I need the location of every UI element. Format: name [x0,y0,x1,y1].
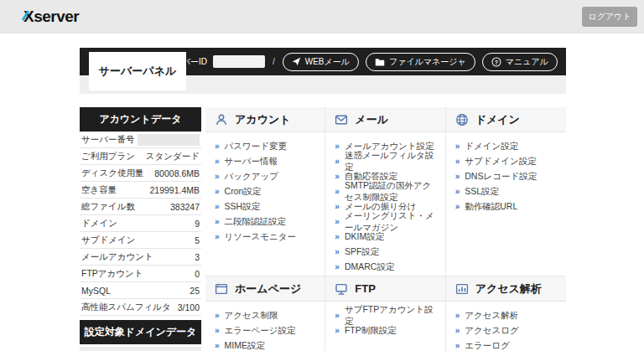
chevron-right-icon: » [215,203,220,211]
chevron-right-icon: » [215,218,220,226]
chevron-right-icon: » [215,173,220,181]
section-user: アカウント»パスワード変更»サーバー情報»バックアップ»Cron設定»SSH設定… [205,107,325,276]
panel-button-label: マニュアル [506,56,548,68]
chevron-right-icon: » [335,142,340,151]
server-id-redacted-value [213,55,265,68]
account-data-label: ディスク使用量 [81,168,143,179]
menu-link-label: 二段階認証設定 [225,216,287,228]
menu-link[interactable]: »迷惑メールフィルタ設定 [335,154,435,169]
account-data-row: 総ファイル数383247 [80,199,201,215]
logout-button[interactable]: ログアウト [582,7,637,27]
menu-link[interactable]: »MIME設定 [215,338,315,351]
menu-link-label: DNSレコード設定 [465,171,537,183]
chevron-right-icon: » [455,203,460,211]
chevron-right-icon: » [335,203,340,211]
account-data-label: 空き容量 [81,184,117,196]
menu-link[interactable]: »DMARC設定 [335,260,435,275]
question-icon: ? [491,57,501,67]
menu-link-label: FTP制限設定 [345,325,397,337]
chevron-right-icon: » [335,248,340,256]
menu-link[interactable]: »サブFTPアカウント設定 [335,308,435,323]
chevron-right-icon: » [455,157,460,166]
menu-link-label: パスワード変更 [225,141,287,152]
menu-link[interactable]: »DNSレコード設定 [455,169,557,184]
section-links: »ドメイン設定»サブドメイン設定»DNSレコード設定»SSL設定»動作確認URL [446,132,566,218]
chevron-right-icon: » [215,142,220,151]
account-data-row: サーバー番号 [80,132,201,148]
menu-link[interactable]: »リソースモニター [215,230,315,245]
target-domain-value: ドメイン: ---- [80,347,201,351]
chevron-right-icon: » [215,188,220,196]
account-data-label: サブドメイン [81,235,135,246]
account-data-row: 空き容量219991.4MB [80,182,201,199]
menu-link-label: Cron設定 [225,186,262,198]
menu-link-label: SSL設定 [465,186,499,198]
account-data-label: 総ファイル数 [81,201,135,213]
menu-link-label: SMTP認証の国外アクセス制限設定 [345,180,436,204]
menu-link-label: 迷惑メールフィルタ設定 [345,150,436,173]
section-links: »パスワード変更»サーバー情報»バックアップ»Cron設定»SSH設定»二段階認… [205,132,325,248]
menu-link[interactable]: »SSL設定 [455,184,557,199]
section-title: ホームページ [235,281,301,297]
account-data-row: ディスク使用量80008.6MB [80,165,201,182]
menu-link-label: SPF設定 [345,246,379,258]
chart-icon [455,282,469,296]
chevron-right-icon: » [335,327,340,335]
account-data-header: アカウントデータ [80,107,201,132]
menu-link[interactable]: »パスワード変更 [215,139,315,154]
chevron-right-icon: » [335,312,340,320]
account-data-rows: サーバー番号ご利用プランスタンダードディスク使用量80008.6MB空き容量21… [80,132,201,316]
account-data-row: MySQL25 [80,282,201,299]
section-title: メール [355,112,388,127]
menu-link[interactable]: »エラーログ [455,338,557,351]
separator: / [273,57,275,66]
section-links: »メールアカウント設定»迷惑メールフィルタ設定»自動応答設定»SMTP認証の国外… [325,132,444,278]
menu-link[interactable]: »SSH設定 [215,199,315,214]
menu-link[interactable]: »アクセス制限 [215,308,315,323]
menu-link[interactable]: »アクセスログ [455,323,557,338]
menu-link[interactable]: »バックアップ [215,169,315,184]
section-title: FTP [355,282,376,295]
mail-icon [335,113,348,126]
menu-link[interactable]: »ドメイン設定 [455,139,557,154]
chevron-right-icon: » [455,312,460,320]
menu-link[interactable]: »エラーページ設定 [215,323,315,338]
chevron-right-icon: » [335,173,340,181]
panel-buttons: WEBメールファイルマネージャ?マニュアル [283,53,558,71]
chevron-right-icon: » [335,188,340,196]
menu-link[interactable]: »サブドメイン設定 [455,154,557,169]
menu-link[interactable]: »メーリングリスト・メールマガジン [335,214,435,230]
section-header: アカウント [205,107,325,132]
target-domain-header: 設定対象ドメインデータ [80,320,201,344]
menu-link[interactable]: »アクセス解析 [455,308,557,323]
account-data-row: ドメイン9 [80,215,201,232]
menu-link[interactable]: »動作確認URL [455,199,557,214]
menu-link[interactable]: »SMTP認証の国外アクセス制限設定 [335,184,435,199]
menu-link[interactable]: »二段階認証設定 [215,214,315,230]
section-header: ホームページ [205,276,325,302]
menu-link[interactable]: »Cron設定 [215,184,315,199]
section-mail: メール»メールアカウント設定»迷惑メールフィルタ設定»自動応答設定»SMTP認証… [325,107,445,276]
menu-link-label: アクセス解析 [465,310,518,322]
panel-button-send[interactable]: WEBメール [283,53,359,71]
account-data-value: 3/100 [178,302,200,312]
menu-link-label: 動作確認URL [465,201,517,213]
panel-button-folder[interactable]: ファイルマネージャ [366,53,475,71]
user-icon [215,113,228,126]
section-browser: ホームページ»アクセス制限»エラーページ設定»MIME設定 [205,276,325,351]
account-data-row: 高性能スパムフィルタ3/100 [80,299,201,316]
svg-text:?: ? [495,58,499,65]
section-monitor: FTP»サブFTPアカウント設定»FTP制限設定 [325,276,445,351]
chevron-right-icon: » [215,327,220,335]
section-header: FTP [325,276,444,302]
menu-link[interactable]: »SPF設定 [335,245,435,260]
menu-link-label: アクセスログ [465,325,518,337]
account-data-value: 5 [195,235,200,245]
send-icon [292,57,301,66]
panel-button-question[interactable]: ?マニュアル [482,53,558,71]
account-data-label: 高性能スパムフィルタ [81,302,171,313]
menu-link[interactable]: »サーバー情報 [215,154,315,169]
chevron-right-icon: » [455,327,460,335]
account-data-value: 383247 [170,202,200,212]
account-data-label: サーバー番号 [81,134,135,146]
